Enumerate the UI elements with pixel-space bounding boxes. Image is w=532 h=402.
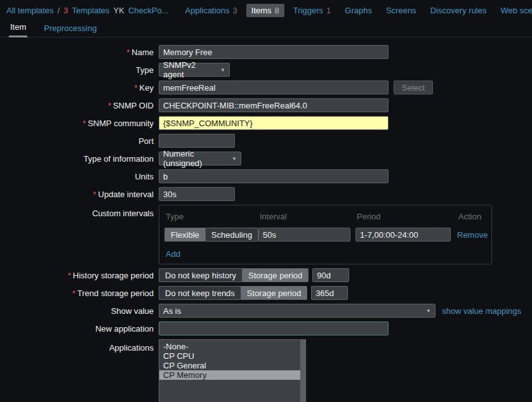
new-application-label-text: New application xyxy=(95,324,154,334)
nav-items[interactable]: Items 8 xyxy=(246,4,284,17)
breadcrumb-templates-link[interactable]: Templates xyxy=(72,6,109,15)
applications-listbox[interactable]: -None- CP CPU CP General CP Memory xyxy=(159,339,306,402)
tab-preprocessing[interactable]: Preprocessing xyxy=(43,21,98,37)
nav-graphs[interactable]: Graphs xyxy=(340,4,377,17)
show-value-select-value: As is xyxy=(163,306,181,316)
entity-nav: Applications 3 Items 8 Triggers 1 Graphs… xyxy=(180,4,532,17)
nav-applications[interactable]: Applications 3 xyxy=(180,4,242,17)
breadcrumb-template-name[interactable]: CheckPo... xyxy=(128,6,169,15)
tab-item[interactable]: Item xyxy=(9,20,27,37)
field-row-type: Type SNMPv2 agent ▼ xyxy=(0,63,532,77)
name-input[interactable] xyxy=(159,45,389,59)
header-action: Action xyxy=(458,212,491,221)
application-option-cp-cpu[interactable]: CP CPU xyxy=(159,351,305,361)
port-label: Port xyxy=(0,134,159,148)
required-mark: * xyxy=(135,83,138,93)
show-value-label-text: Show value xyxy=(111,306,154,316)
application-option-cp-general[interactable]: CP General xyxy=(159,361,305,370)
type-select[interactable]: SNMPv2 agent ▼ xyxy=(159,63,230,77)
scheduling-button[interactable]: Scheduling xyxy=(205,228,258,242)
chevron-down-icon: ▼ xyxy=(220,67,225,73)
nav-triggers-count: 1 xyxy=(326,6,331,15)
trends-toggle: Do not keep trends Storage period xyxy=(159,286,307,300)
show-value-mappings-link[interactable]: show value mappings xyxy=(442,306,521,316)
item-form: *Name Type SNMPv2 agent ▼ *Key Select *S… xyxy=(0,37,532,402)
field-row-units: Units xyxy=(0,169,532,183)
top-navigation: All templates / 3 Templates YK CheckPo..… xyxy=(0,0,532,20)
applications-label: Applications xyxy=(0,339,159,402)
field-row-history: *History storage period Do not keep hist… xyxy=(0,268,532,282)
new-application-input[interactable] xyxy=(159,321,389,335)
type-of-information-select-value: Numeric (unsigned) xyxy=(163,149,227,168)
trends-period-input[interactable] xyxy=(311,286,348,300)
key-select-button[interactable]: Select xyxy=(394,81,433,94)
history-label: *History storage period xyxy=(0,268,159,282)
nav-triggers-label: Triggers xyxy=(293,6,323,15)
nav-discovery-rules[interactable]: Discovery rules xyxy=(425,4,492,17)
required-mark: * xyxy=(68,271,71,280)
snmp-community-label: *SNMP community xyxy=(0,116,159,130)
application-option-none[interactable]: -None- xyxy=(159,342,305,351)
type-of-information-label-text: Type of information xyxy=(83,154,154,164)
snmp-community-input[interactable] xyxy=(159,116,389,130)
trends-label: *Trend storage period xyxy=(0,286,159,300)
field-row-trends: *Trend storage period Do not keep trends… xyxy=(0,286,532,300)
nav-screens-label: Screens xyxy=(386,6,416,15)
nav-web-scenarios[interactable]: Web scenarios xyxy=(495,4,532,17)
type-label-text: Type xyxy=(136,65,154,75)
nav-web-scenarios-label: Web scenarios xyxy=(500,6,532,15)
key-input[interactable] xyxy=(159,81,389,94)
snmp-community-label-text: SNMP community xyxy=(88,119,154,128)
period-input[interactable] xyxy=(356,228,451,242)
interval-type-toggle: Flexible Scheduling xyxy=(164,228,258,242)
chevron-down-icon: ▼ xyxy=(426,308,431,314)
field-row-custom-intervals: Custom intervals Type Interval Period Ac… xyxy=(0,205,532,264)
header-type: Type xyxy=(166,212,260,221)
snmp-oid-input[interactable] xyxy=(159,98,389,112)
nav-screens[interactable]: Screens xyxy=(381,4,422,17)
units-input[interactable] xyxy=(159,169,389,183)
interval-input[interactable] xyxy=(258,228,350,242)
do-not-keep-trends-button[interactable]: Do not keep trends xyxy=(159,286,241,300)
key-label-text: Key xyxy=(140,83,154,93)
trends-storage-period-button[interactable]: Storage period xyxy=(241,286,307,300)
type-select-value: SNMPv2 agent xyxy=(163,60,215,79)
port-input[interactable] xyxy=(159,134,235,148)
breadcrumb-count: 3 xyxy=(63,6,68,15)
add-link[interactable]: Add xyxy=(166,249,180,259)
trends-label-text: Trend storage period xyxy=(77,289,154,298)
nav-applications-label: Applications xyxy=(185,6,229,15)
nav-applications-count: 3 xyxy=(233,6,237,15)
history-storage-period-button[interactable]: Storage period xyxy=(242,268,309,282)
nav-items-label: Items xyxy=(251,6,272,15)
units-label: Units xyxy=(0,169,159,183)
breadcrumb-all-templates[interactable]: All templates xyxy=(6,6,53,15)
application-option-cp-memory[interactable]: CP Memory xyxy=(159,370,305,380)
snmp-oid-label-text: SNMP OID xyxy=(113,101,154,110)
type-of-information-select[interactable]: Numeric (unsigned) ▼ xyxy=(159,152,241,165)
breadcrumb-group: YK xyxy=(114,6,124,15)
field-row-key: *Key Select xyxy=(0,81,532,94)
flexible-button[interactable]: Flexible xyxy=(164,228,205,242)
custom-interval-row: Flexible Scheduling Remove xyxy=(164,228,486,242)
custom-intervals-box: Type Interval Period Action Flexible Sch… xyxy=(159,205,492,264)
name-label: *Name xyxy=(0,45,159,59)
required-mark: * xyxy=(108,101,111,110)
type-label: Type xyxy=(0,63,159,77)
header-period: Period xyxy=(357,212,458,221)
nav-triggers[interactable]: Triggers 1 xyxy=(288,4,336,17)
field-row-new-application: New application xyxy=(0,321,532,335)
update-interval-label-text: Update interval xyxy=(98,190,154,199)
required-mark: * xyxy=(83,119,86,128)
custom-intervals-label: Custom intervals xyxy=(0,205,159,264)
nav-graphs-label: Graphs xyxy=(345,6,372,15)
history-period-input[interactable] xyxy=(312,268,349,282)
do-not-keep-history-button[interactable]: Do not keep history xyxy=(159,268,242,282)
new-application-label: New application xyxy=(0,321,159,335)
update-interval-input[interactable] xyxy=(159,187,235,201)
remove-link[interactable]: Remove xyxy=(457,230,490,240)
field-row-snmp-community: *SNMP community xyxy=(0,116,532,130)
nav-discovery-rules-label: Discovery rules xyxy=(430,6,487,15)
show-value-select[interactable]: As is ▼ xyxy=(159,304,436,318)
show-value-label: Show value xyxy=(0,304,159,318)
